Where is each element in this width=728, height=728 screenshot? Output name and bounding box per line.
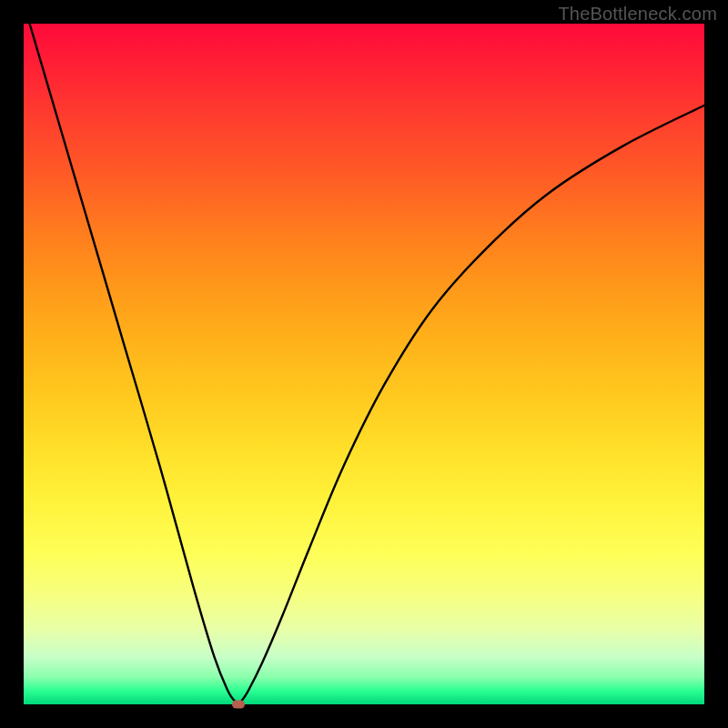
curve-path — [24, 4, 704, 704]
line-curve — [24, 24, 704, 704]
plot-area — [24, 24, 704, 704]
min-marker — [232, 701, 245, 709]
watermark-text: TheBottleneck.com — [558, 4, 717, 25]
chart-container: TheBottleneck.com — [0, 0, 728, 728]
